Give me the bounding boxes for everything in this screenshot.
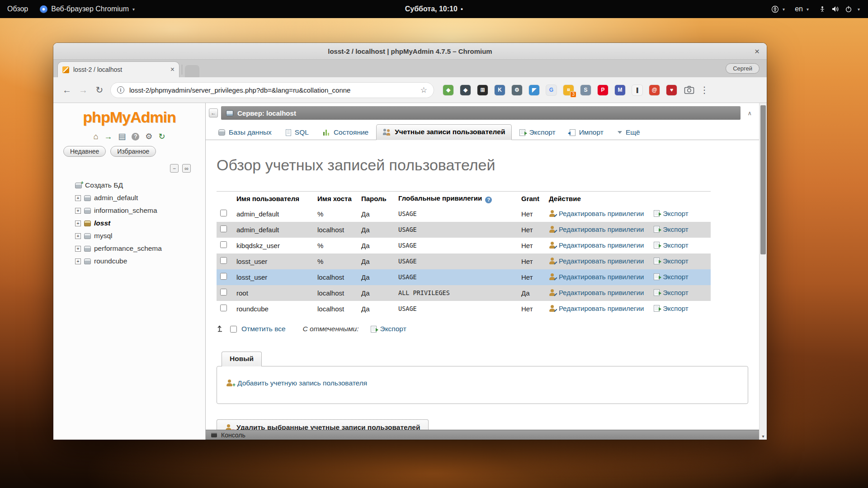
privileges-help-icon[interactable]: ?: [485, 197, 492, 203]
row-checkbox[interactable]: [220, 305, 227, 311]
phpmyadmin-logo[interactable]: phpMyAdmin: [53, 108, 205, 126]
expand-icon[interactable]: +: [75, 258, 81, 264]
profile-button[interactable]: Сергей: [726, 63, 760, 74]
pma-tab[interactable]: Учетные записи пользователей: [376, 124, 512, 140]
tab-close-button[interactable]: ×: [170, 66, 175, 74]
telegram-extension-icon[interactable]: ◤: [529, 85, 539, 95]
nav-tree-item[interactable]: + losst: [75, 217, 205, 230]
browser-tab[interactable]: losst-2 / localhost ×: [58, 62, 179, 77]
expand-icon[interactable]: +: [75, 233, 81, 239]
logout-icon[interactable]: →: [104, 132, 112, 141]
row-checkbox[interactable]: [220, 257, 227, 264]
mail-extension-icon[interactable]: M: [615, 85, 625, 95]
nav-tree-item[interactable]: Создать БД: [75, 179, 205, 192]
scrollbar-down-arrow[interactable]: ▾: [760, 434, 767, 439]
pma-tab[interactable]: Экспорт: [513, 125, 561, 140]
address-bar[interactable]: i losst-2/phpmyadmin/server_privileges.p…: [110, 82, 434, 98]
keyboard-layout-menu[interactable]: en ▾: [795, 5, 809, 13]
pma-tab[interactable]: Ещё: [611, 125, 646, 140]
app-menu-button[interactable]: Веб-браузер Chromium ▾: [40, 5, 135, 13]
reload-nav-icon[interactable]: ↻: [158, 132, 165, 141]
barcode-extension-icon[interactable]: ∥: [632, 85, 642, 95]
key-extension-icon[interactable]: ¤ 3: [563, 85, 574, 95]
nav-collapse-button[interactable]: ←: [209, 108, 218, 117]
favorite-tables-button[interactable]: Избранное: [110, 146, 156, 157]
pma-tab[interactable]: Состояние: [316, 125, 375, 140]
system-menu[interactable]: ▾: [819, 5, 860, 13]
row-checkbox[interactable]: [220, 289, 227, 296]
mailru-extension-icon[interactable]: @: [649, 85, 660, 95]
content-scrollbar[interactable]: ▾: [759, 103, 767, 440]
clock-button[interactable]: Суббота, 10:10 ●: [405, 5, 463, 13]
link-databases-icon[interactable]: ∞: [182, 164, 191, 173]
collapse-top-icon[interactable]: ∧: [747, 110, 752, 117]
edit-privileges-link[interactable]: Редактировать привилегии: [549, 225, 644, 233]
export-user-link[interactable]: Экспорт: [654, 289, 688, 296]
privacy-shield-extension-icon[interactable]: ◆: [460, 85, 471, 95]
expand-icon[interactable]: +: [75, 246, 81, 252]
accessibility-menu[interactable]: ▾: [771, 5, 785, 13]
nav-tree-item[interactable]: + information_schema: [75, 204, 205, 217]
forward-button[interactable]: →: [75, 82, 91, 98]
vk-extension-icon[interactable]: K: [495, 85, 505, 95]
new-tab-button[interactable]: [185, 65, 199, 77]
row-checkbox[interactable]: [220, 210, 227, 216]
recent-tables-button[interactable]: Недавнее: [63, 146, 106, 157]
expand-icon[interactable]: +: [75, 195, 81, 201]
edit-privileges-link[interactable]: Редактировать привилегии: [549, 241, 644, 249]
row-checkbox[interactable]: [220, 273, 227, 280]
add-user-link[interactable]: + Добавить учетную запись пользователя: [226, 379, 367, 387]
export-user-link[interactable]: Экспорт: [654, 305, 688, 312]
pinterest-extension-icon[interactable]: P: [598, 85, 608, 95]
home-icon[interactable]: ⌂: [93, 132, 98, 141]
nav-tree-item[interactable]: + roundcube: [75, 255, 205, 267]
adguard-extension-icon[interactable]: ◆: [443, 85, 453, 95]
export-user-link[interactable]: Экспорт: [654, 273, 688, 281]
row-checkbox[interactable]: [220, 225, 227, 232]
expand-icon[interactable]: +: [75, 221, 81, 226]
grid-extension-icon[interactable]: ⊞: [477, 85, 488, 95]
edit-privileges-link[interactable]: Редактировать привилегии: [549, 257, 644, 265]
export-user-link[interactable]: Экспорт: [654, 241, 688, 249]
window-titlebar[interactable]: losst-2 / localhost | phpMyAdmin 4.7.5 –…: [53, 43, 767, 60]
export-selected-link[interactable]: Экспорт: [371, 325, 406, 333]
pma-tab[interactable]: SQL: [279, 125, 315, 140]
extension-glyph: ◆: [463, 87, 467, 93]
browser-menu-button[interactable]: ⋮: [700, 84, 709, 95]
extension-badge: 3: [570, 91, 576, 98]
edit-privileges-link[interactable]: Редактировать привилегии: [549, 273, 644, 281]
edit-privileges-link[interactable]: Редактировать привилегии: [549, 289, 644, 296]
translate-extension-icon[interactable]: G: [546, 85, 557, 95]
edit-privileges-link[interactable]: Редактировать привилегии: [549, 305, 644, 312]
bookmark-star-icon[interactable]: ☆: [420, 85, 427, 95]
check-all-checkbox[interactable]: [230, 326, 237, 333]
row-checkbox[interactable]: [220, 241, 227, 248]
window-close-button[interactable]: ×: [755, 47, 760, 56]
export-user-link[interactable]: Экспорт: [654, 257, 688, 265]
nav-tree-item[interactable]: + performance_schema: [75, 242, 205, 255]
activities-button[interactable]: Обзор: [7, 5, 28, 13]
apple-extension-icon[interactable]: ♥: [666, 85, 677, 95]
expand-icon[interactable]: +: [75, 208, 81, 214]
reload-button[interactable]: ↻: [91, 82, 108, 98]
steam-extension-icon[interactable]: S: [580, 85, 591, 95]
nav-tree-item[interactable]: + admin_default: [75, 192, 205, 204]
edit-privileges-link[interactable]: Редактировать привилегии: [549, 210, 644, 217]
screenshot-camera-button[interactable]: [684, 85, 694, 94]
site-info-icon[interactable]: i: [117, 86, 124, 94]
scrollbar-thumb[interactable]: [760, 105, 766, 254]
pma-tab[interactable]: Импорт: [563, 125, 610, 140]
back-button[interactable]: ←: [59, 82, 75, 98]
settings-gear-icon[interactable]: ⚙: [145, 132, 152, 141]
pma-tab[interactable]: Базы данных: [212, 125, 278, 140]
export-user-link[interactable]: Экспорт: [654, 225, 688, 233]
nav-tree-item[interactable]: + mysql: [75, 230, 205, 242]
check-all-label[interactable]: Отметить все: [241, 325, 286, 333]
console-bar[interactable]: Консоль: [206, 430, 759, 440]
export-user-link[interactable]: Экспорт: [654, 210, 688, 217]
settings-extension-icon[interactable]: ⚙: [512, 85, 522, 95]
collapse-all-icon[interactable]: −: [170, 164, 179, 173]
help-icon[interactable]: ?: [132, 133, 139, 141]
grant-cell: Нет: [518, 253, 545, 269]
documentation-icon[interactable]: ▤: [118, 132, 126, 141]
